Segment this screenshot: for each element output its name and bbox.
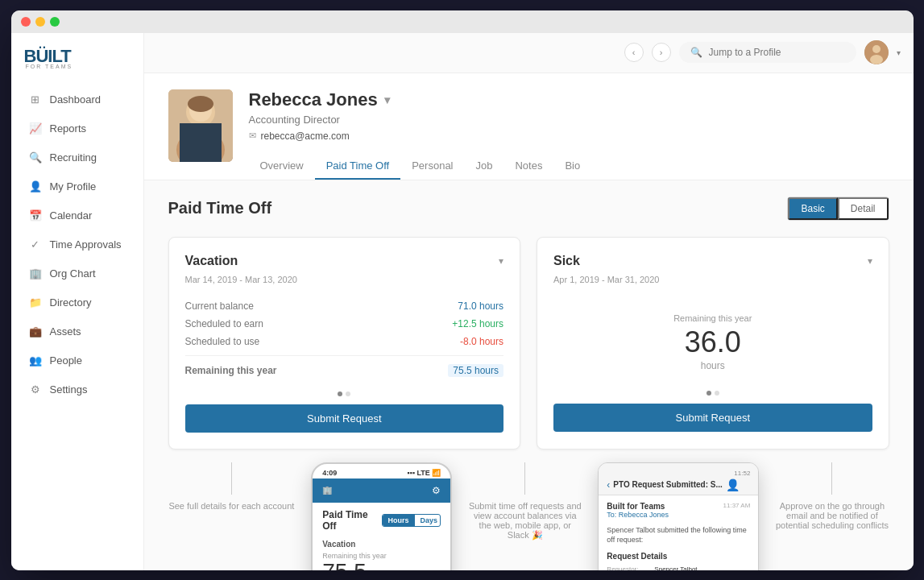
profile-name: Rebecca Jones bbox=[249, 89, 378, 110]
basic-view-button[interactable]: Basic bbox=[788, 197, 837, 220]
email-header-bar: 11:52 ‹ PTO Request Submitted: S... 👤 bbox=[599, 463, 758, 495]
vacation-title: Vacation bbox=[185, 254, 238, 268]
email-timestamp: 11:37 AM bbox=[723, 502, 751, 511]
email-request-details-title: Request Details bbox=[607, 552, 750, 561]
svg-point-2 bbox=[870, 55, 883, 64]
profile-header: Rebecca Jones ▾ Accounting Director ✉ re… bbox=[144, 73, 914, 180]
profile-info: Rebecca Jones ▾ Accounting Director ✉ re… bbox=[249, 89, 889, 180]
sick-submit-button[interactable]: Submit Request bbox=[553, 404, 872, 432]
time-approvals-icon: ✓ bbox=[29, 238, 42, 251]
profile-job-title: Accounting Director bbox=[249, 114, 889, 126]
vacation-card: Vacation ▾ Mar 14, 2019 - Mar 13, 2020 C… bbox=[168, 237, 521, 450]
sidebar-label-settings: Settings bbox=[50, 383, 88, 396]
middle-annotation-line bbox=[524, 462, 525, 495]
avatar[interactable] bbox=[864, 40, 889, 64]
sidebar-item-calendar[interactable]: 📅 Calendar bbox=[16, 202, 139, 230]
title-bar bbox=[11, 10, 914, 33]
remaining-row: Remaining this year 75.5 hours bbox=[185, 361, 504, 380]
search-input[interactable] bbox=[709, 47, 845, 58]
tab-personal[interactable]: Personal bbox=[400, 153, 464, 180]
phone-hours-btn[interactable]: Hours bbox=[383, 515, 415, 526]
phone-app-header: 🏢 ⚙ bbox=[313, 478, 450, 503]
pagination-dot-2 bbox=[346, 392, 350, 396]
pagination-dot-1 bbox=[338, 392, 342, 396]
sidebar-item-assets[interactable]: 💼 Assets bbox=[16, 318, 139, 346]
reports-icon: 📈 bbox=[29, 122, 42, 135]
scheduled-earn-row: Scheduled to earn +12.5 hours bbox=[185, 315, 504, 333]
tab-bio[interactable]: Bio bbox=[553, 153, 591, 180]
sidebar-item-my-profile[interactable]: 👤 My Profile bbox=[16, 173, 139, 201]
left-annotation-line bbox=[231, 462, 232, 495]
sidebar-item-recruiting[interactable]: 🔍 Recruiting bbox=[16, 144, 139, 172]
vacation-card-header: Vacation ▾ bbox=[185, 254, 504, 268]
search-icon: 🔍 bbox=[690, 47, 702, 58]
chevron-down-icon: ▾ bbox=[897, 48, 901, 57]
content-area: ‹ › 🔍 ▾ bbox=[144, 33, 914, 570]
phone-pto-title: Paid Time Off bbox=[322, 509, 381, 532]
scheduled-use-row: Scheduled to use -8.0 hours bbox=[185, 333, 504, 350]
email-subject-row: ‹ PTO Request Submitted: S... 👤 bbox=[607, 478, 750, 491]
people-icon: 👥 bbox=[29, 354, 42, 367]
name-dropdown-icon[interactable]: ▾ bbox=[384, 93, 390, 106]
sidebar-item-dashboard[interactable]: ⊞ Dashboard bbox=[16, 86, 139, 114]
sidebar-label-my-profile: My Profile bbox=[50, 180, 97, 193]
vacation-divider bbox=[185, 355, 504, 356]
detail-view-button[interactable]: Detail bbox=[838, 197, 889, 220]
email-from-info: Built for Teams bbox=[607, 502, 665, 511]
profile-name-row: Rebecca Jones ▾ bbox=[249, 89, 889, 110]
app-body: BÜILT FOR TEAMS ⊞ Dashboard 📈 Reports 🔍 … bbox=[11, 33, 914, 570]
main-content: Paid Time Off Basic Detail Vacation ▾ Ma… bbox=[144, 180, 914, 570]
tab-notes[interactable]: Notes bbox=[503, 153, 553, 180]
phone-signal-icons: ▪▪▪ LTE 📶 bbox=[407, 469, 441, 477]
tab-paid-time-off[interactable]: Paid Time Off bbox=[315, 153, 401, 180]
sidebar-item-time-approvals[interactable]: ✓ Time Approvals bbox=[16, 231, 139, 259]
vacation-pagination bbox=[185, 392, 504, 396]
sidebar-label-org-chart: Org Chart bbox=[50, 267, 96, 280]
app-window: BÜILT FOR TEAMS ⊞ Dashboard 📈 Reports 🔍 … bbox=[11, 10, 914, 570]
email-from-name: Built for Teams bbox=[607, 502, 665, 511]
sidebar-item-people[interactable]: 👥 People bbox=[16, 347, 139, 375]
phone-vacation-title: Vacation bbox=[322, 540, 441, 549]
phone-vacation-value: 75.5 bbox=[322, 560, 441, 570]
right-annotation: Approve on the go through email and be n… bbox=[775, 462, 889, 530]
sick-dropdown-icon[interactable]: ▾ bbox=[868, 255, 872, 267]
email-person-icon: 👤 bbox=[726, 478, 740, 491]
sidebar-item-reports[interactable]: 📈 Reports bbox=[16, 115, 139, 143]
phone-status-bar: 4:09 ▪▪▪ LTE 📶 bbox=[313, 464, 450, 478]
sidebar-label-people: People bbox=[50, 354, 82, 367]
directory-icon: 📁 bbox=[29, 296, 42, 309]
search-bar[interactable]: 🔍 bbox=[679, 42, 856, 63]
logo-text: BÜILT bbox=[24, 46, 71, 66]
forward-arrow-button[interactable]: › bbox=[652, 43, 671, 62]
vacation-dropdown-icon[interactable]: ▾ bbox=[499, 255, 503, 267]
vacation-submit-button[interactable]: Submit Request bbox=[185, 404, 504, 433]
left-annotation-text: See full details for each account bbox=[168, 501, 294, 511]
maximize-dot[interactable] bbox=[50, 17, 60, 27]
sick-dot-2 bbox=[715, 391, 719, 396]
sidebar-item-directory[interactable]: 📁 Directory bbox=[16, 289, 139, 317]
tab-overview[interactable]: Overview bbox=[249, 153, 315, 180]
tab-job[interactable]: Job bbox=[465, 153, 504, 180]
phone-days-btn[interactable]: Days bbox=[415, 515, 441, 526]
profile-photo bbox=[168, 89, 233, 162]
svg-point-8 bbox=[188, 96, 213, 112]
sick-card-header: Sick ▾ bbox=[553, 254, 872, 268]
scheduled-earn-value: +12.5 hours bbox=[452, 318, 503, 329]
my-profile-icon: 👤 bbox=[29, 180, 42, 193]
phone-logo: 🏢 bbox=[322, 486, 332, 495]
sick-remaining-label: Remaining this year bbox=[553, 313, 872, 323]
svg-rect-6 bbox=[180, 123, 222, 162]
sidebar-item-org-chart[interactable]: 🏢 Org Chart bbox=[16, 260, 139, 288]
sidebar: BÜILT FOR TEAMS ⊞ Dashboard 📈 Reports 🔍 … bbox=[11, 33, 144, 570]
close-dot[interactable] bbox=[21, 17, 31, 27]
minimize-dot[interactable] bbox=[35, 17, 45, 27]
section-title: Paid Time Off bbox=[168, 199, 272, 218]
phone-settings-icon[interactable]: ⚙ bbox=[432, 485, 441, 496]
sidebar-item-settings[interactable]: ⚙ Settings bbox=[16, 376, 139, 404]
profile-photo-image bbox=[168, 89, 233, 162]
current-balance-value: 71.0 hours bbox=[458, 300, 503, 312]
left-arrow-icon: ‹ bbox=[632, 48, 636, 57]
email-back-icon[interactable]: ‹ bbox=[607, 479, 610, 491]
back-arrow-button[interactable]: ‹ bbox=[624, 43, 644, 62]
email-body-text: Spencer Talbot submitted the following t… bbox=[607, 525, 750, 545]
